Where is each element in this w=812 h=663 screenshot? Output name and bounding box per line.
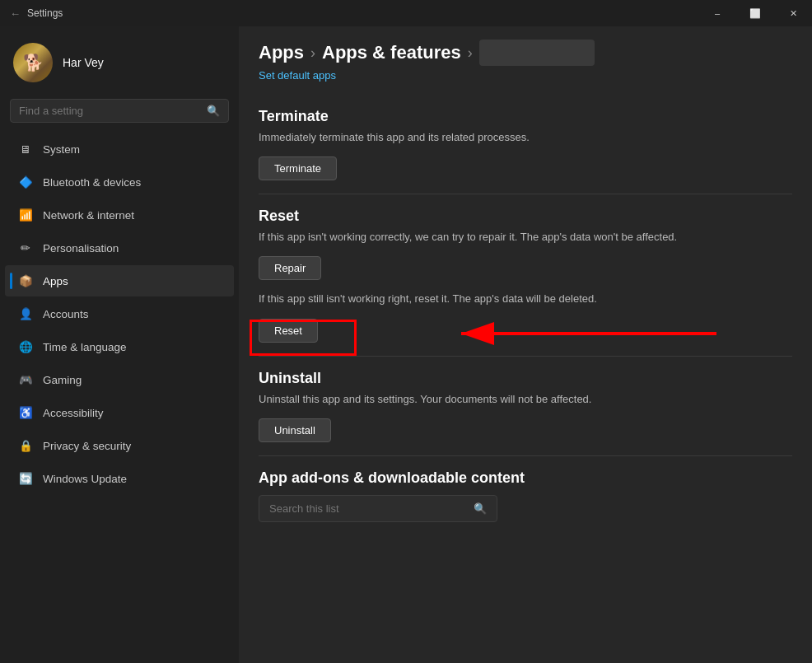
terminate-section: Terminate Immediately terminate this app…: [239, 95, 812, 194]
update-icon: 🔄: [18, 471, 33, 486]
avatar-image: 🐕: [13, 43, 53, 82]
sidebar-item-label: Privacy & security: [43, 440, 131, 452]
sidebar-item-accessibility[interactable]: ♿ Accessibility: [5, 397, 234, 428]
addons-section: App add-ons & downloadable content 🔍: [239, 456, 812, 535]
breadcrumb: Apps › Apps & features ›: [239, 26, 812, 66]
sidebar-item-update[interactable]: 🔄 Windows Update: [5, 463, 234, 494]
system-icon: 🖥: [18, 142, 33, 156]
sidebar-item-gaming[interactable]: 🎮 Gaming: [5, 364, 234, 395]
breadcrumb-apps-features[interactable]: Apps & features: [322, 42, 461, 63]
sidebar-item-label: Accessibility: [43, 407, 104, 419]
sidebar-search-input[interactable]: [19, 105, 200, 117]
search-list-input[interactable]: [269, 502, 467, 515]
sidebar-item-label: Accounts: [43, 308, 89, 320]
sidebar-item-apps[interactable]: 📦 Apps: [5, 265, 234, 296]
reset-title: Reset: [259, 208, 792, 225]
personalisation-icon: ✏: [18, 240, 33, 255]
sidebar-item-label: Time & language: [43, 341, 127, 353]
breadcrumb-sep-1: ›: [310, 44, 315, 62]
reset-description-1: If this app isn't working correctly, we …: [259, 230, 792, 245]
avatar: 🐕: [13, 43, 53, 82]
terminate-title: Terminate: [259, 108, 792, 125]
title-bar-controls: – ⬜ ✕: [698, 0, 812, 26]
uninstall-section: Uninstall Uninstall this app and its set…: [239, 357, 812, 455]
title-bar-left: ← Settings: [10, 7, 63, 20]
back-icon[interactable]: ←: [10, 7, 21, 20]
minimize-button[interactable]: –: [698, 0, 736, 26]
user-profile[interactable]: 🐕 Har Vey: [0, 33, 239, 96]
sidebar-search-box[interactable]: 🔍: [10, 99, 229, 123]
addons-title: App add-ons & downloadable content: [259, 469, 792, 487]
set-default-apps-link[interactable]: Set default apps: [239, 66, 812, 95]
accounts-icon: 👤: [18, 306, 33, 321]
sidebar-item-accounts[interactable]: 👤 Accounts: [5, 298, 234, 329]
sidebar-item-personalisation[interactable]: ✏ Personalisation: [5, 232, 234, 264]
search-list-box[interactable]: 🔍: [259, 495, 497, 522]
breadcrumb-chevron: ›: [468, 44, 473, 62]
reset-description-2: If this app still isn't working right, r…: [259, 292, 792, 306]
reset-section: Reset If this app isn't working correctl…: [239, 194, 812, 355]
repair-button[interactable]: Repair: [259, 256, 321, 280]
title-bar: ← Settings – ⬜ ✕: [0, 0, 812, 26]
sidebar-item-privacy[interactable]: 🔒 Privacy & security: [5, 430, 234, 461]
accessibility-icon: ♿: [18, 405, 33, 420]
sidebar-item-network[interactable]: 📶 Network & internet: [5, 199, 234, 231]
sidebar-item-label: Personalisation: [43, 242, 119, 254]
breadcrumb-more-btn[interactable]: [479, 40, 595, 66]
sidebar-item-bluetooth[interactable]: 🔷 Bluetooth & devices: [5, 166, 234, 198]
sidebar-item-label: Network & internet: [43, 209, 134, 222]
sidebar-item-label: Gaming: [43, 374, 82, 386]
sidebar-item-system[interactable]: 🖥 System: [5, 133, 234, 165]
uninstall-button[interactable]: Uninstall: [259, 418, 331, 442]
search-icon: 🔍: [207, 105, 220, 117]
search-list-icon: 🔍: [474, 502, 487, 515]
terminate-description: Immediately terminate this app and its r…: [259, 130, 792, 145]
active-indicator: [10, 273, 12, 289]
time-icon: 🌐: [18, 339, 33, 354]
sidebar-item-label: Apps: [43, 275, 68, 287]
breadcrumb-apps[interactable]: Apps: [259, 42, 304, 63]
apps-icon: 📦: [18, 273, 33, 288]
sidebar-item-label: Bluetooth & devices: [43, 176, 141, 189]
title-bar-title: Settings: [27, 7, 63, 19]
bluetooth-icon: 🔷: [18, 175, 33, 189]
network-icon: 📶: [18, 208, 33, 222]
privacy-icon: 🔒: [18, 438, 33, 453]
reset-button[interactable]: Reset: [259, 319, 318, 343]
sidebar: 🐕 Har Vey 🔍 🖥 System 🔷 Bluetooth & devic…: [0, 26, 239, 663]
sidebar-item-label: System: [43, 143, 80, 156]
sidebar-item-time[interactable]: 🌐 Time & language: [5, 331, 234, 362]
restore-button[interactable]: ⬜: [736, 0, 774, 26]
username-label: Har Vey: [63, 56, 104, 69]
close-button[interactable]: ✕: [774, 0, 812, 26]
app-layout: 🐕 Har Vey 🔍 🖥 System 🔷 Bluetooth & devic…: [0, 26, 812, 663]
main-content: Apps › Apps & features › Set default app…: [239, 26, 812, 663]
gaming-icon: 🎮: [18, 372, 33, 387]
uninstall-description: Uninstall this app and its settings. You…: [259, 392, 792, 407]
terminate-button[interactable]: Terminate: [259, 156, 337, 180]
sidebar-item-label: Windows Update: [43, 473, 127, 485]
uninstall-title: Uninstall: [259, 370, 792, 387]
